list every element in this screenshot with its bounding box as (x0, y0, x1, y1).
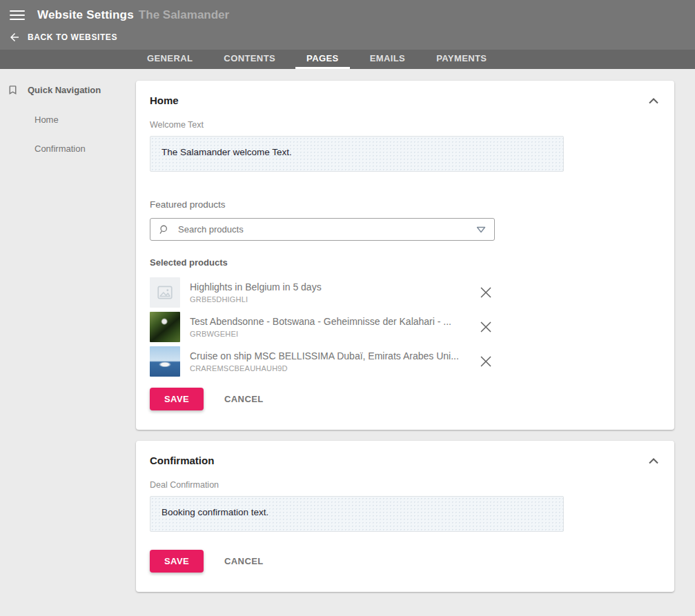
cancel-button[interactable]: CANCEL (222, 388, 266, 410)
tab-emails[interactable]: EMAILS (359, 50, 417, 69)
settings-tabbar: GENERAL CONTENTS PAGES EMAILS PAYMENTS (0, 50, 695, 69)
close-icon (480, 321, 492, 333)
save-button[interactable]: SAVE (150, 388, 204, 410)
sidebar-title: Quick Navigation (28, 85, 101, 95)
close-icon (480, 286, 492, 299)
deal-confirmation-editor[interactable]: Booking confirmation text. (150, 496, 564, 532)
product-title: Cruise on ship MSC BELLISSIMA Dubaï, Emi… (190, 350, 463, 361)
cancel-button[interactable]: CANCEL (222, 550, 266, 573)
home-section-card: Home Welcome Text The Salamander welcome… (136, 81, 674, 430)
nature-photo-thumbnail (150, 312, 180, 342)
welcome-text-label: Welcome Text (150, 120, 660, 130)
product-row: Highlights in Belgium in 5 days GRBE5DHI… (150, 277, 495, 308)
back-arrow-icon (8, 31, 21, 43)
selected-products-label: Selected products (150, 257, 660, 268)
product-row: Cruise on ship MSC BELLISSIMA Dubaï, Emi… (150, 346, 495, 377)
tab-contents[interactable]: CONTENTS (213, 50, 286, 69)
product-search-box (150, 218, 495, 241)
chevron-up-icon (648, 97, 659, 104)
selected-products-list: Highlights in Belgium in 5 days GRBE5DHI… (150, 277, 495, 377)
search-products-input[interactable] (178, 224, 476, 235)
collapse-home-button[interactable] (647, 96, 660, 106)
confirmation-section-card: Confirmation Deal Confirmation Booking c… (136, 441, 674, 592)
quick-navigation-sidebar: Quick Navigation Home Confirmation (0, 69, 136, 592)
bookmark-icon (7, 84, 19, 96)
collapse-confirmation-button[interactable] (647, 456, 660, 466)
image-placeholder-icon (150, 277, 180, 308)
home-card-title: Home (150, 95, 179, 106)
save-button[interactable]: SAVE (150, 550, 204, 573)
remove-product-button[interactable] (477, 352, 495, 370)
product-row: Test Abendsonne - Botswana - Geheimnisse… (150, 312, 495, 342)
page-title: Website Settings (37, 8, 134, 22)
sidebar-item-home[interactable]: Home (7, 115, 136, 125)
tab-pages[interactable]: PAGES (295, 50, 350, 69)
back-to-websites-link[interactable]: BACK TO WEBSITES (0, 26, 695, 43)
featured-products-label: Featured products (150, 199, 660, 210)
remove-product-button[interactable] (477, 318, 495, 336)
deal-confirmation-label: Deal Confirmation (150, 480, 660, 490)
page-subtitle: The Salamander (139, 8, 229, 22)
tab-general[interactable]: GENERAL (136, 50, 204, 69)
product-code: CRAREMSCBEAUHAUH9D (190, 364, 463, 372)
welcome-text-editor[interactable]: The Salamander welcome Text. (150, 136, 564, 172)
menu-icon[interactable] (10, 6, 25, 24)
back-label: BACK TO WEBSITES (28, 32, 117, 42)
cruise-photo-thumbnail (150, 346, 180, 377)
chevron-up-icon (648, 457, 659, 464)
search-icon (159, 224, 170, 235)
confirmation-card-title: Confirmation (150, 455, 214, 466)
tab-payments[interactable]: PAYMENTS (425, 50, 498, 69)
dropdown-arrow-icon[interactable] (476, 226, 486, 233)
product-code: GRBWGEHEI (190, 330, 463, 338)
product-title: Test Abendsonne - Botswana - Geheimnisse… (190, 316, 463, 327)
product-code: GRBE5DHIGHLI (190, 295, 463, 304)
close-icon (480, 355, 492, 368)
app-header: Website Settings The Salamander BACK TO … (0, 0, 695, 50)
remove-product-button[interactable] (477, 284, 495, 301)
sidebar-item-confirmation[interactable]: Confirmation (7, 143, 136, 154)
product-title: Highlights in Belgium in 5 days (190, 281, 463, 292)
